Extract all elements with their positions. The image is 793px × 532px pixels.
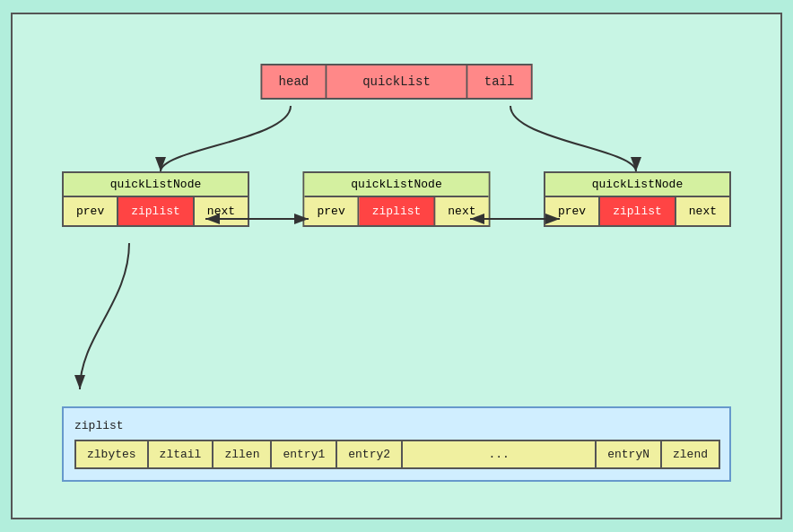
- node-middle: quickListNode prev ziplist next: [302, 171, 490, 227]
- node-middle-next: next: [435, 197, 488, 225]
- quicklist-label: quickList: [327, 65, 468, 98]
- ziplist-title: ziplist: [74, 419, 719, 432]
- zl-zltail: zltail: [147, 440, 214, 469]
- zl-entry2: entry2: [336, 440, 403, 469]
- zl-entry1: entry1: [270, 440, 337, 469]
- quicklist-node: head quickList tail: [261, 64, 533, 100]
- quicklist-tail: tail: [468, 65, 531, 98]
- zl-zlbytes: zlbytes: [74, 440, 149, 469]
- node-right-ziplist: ziplist: [600, 197, 676, 225]
- node-right-prev: prev: [545, 197, 600, 225]
- zl-zlend: zlend: [660, 440, 720, 469]
- node-right-title: quickListNode: [545, 173, 729, 197]
- node-left-prev: prev: [64, 197, 118, 225]
- node-right: quickListNode prev ziplist next: [544, 171, 731, 227]
- zl-zllen: zllen: [212, 440, 272, 469]
- node-left-next: next: [195, 197, 248, 225]
- node-middle-title: quickListNode: [304, 173, 488, 197]
- quicklist-head: head: [263, 65, 327, 98]
- ziplist-box: ziplist zlbytes zltail zllen entry1 entr…: [62, 406, 731, 482]
- node-middle-prev: prev: [304, 197, 359, 225]
- node-left-ziplist: ziplist: [118, 197, 195, 225]
- zl-entryn: entryN: [595, 440, 662, 469]
- node-left-title: quickListNode: [64, 173, 248, 197]
- node-middle-ziplist: ziplist: [360, 197, 436, 225]
- node-left: quickListNode prev ziplist next: [62, 171, 249, 227]
- ziplist-fields: zlbytes zltail zllen entry1 entry2 ... e…: [74, 440, 719, 469]
- node-right-next: next: [676, 197, 729, 225]
- zl-dots: ...: [401, 440, 597, 469]
- diagram-canvas: head quickList tail quickListNode prev z…: [11, 13, 782, 519]
